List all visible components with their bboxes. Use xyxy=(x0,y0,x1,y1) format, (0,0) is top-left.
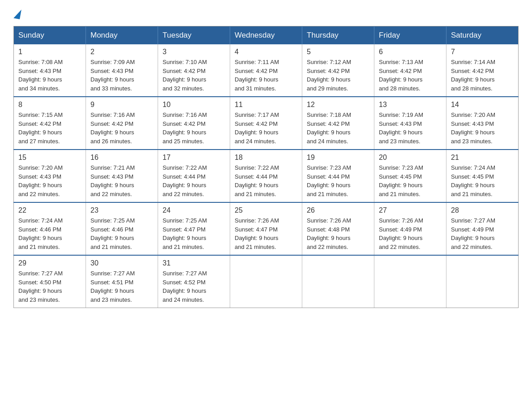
day-info: Sunrise: 7:25 AM Sunset: 4:46 PM Dayligh… xyxy=(90,216,153,251)
calendar-day-15: 15 Sunrise: 7:20 AM Sunset: 4:43 PM Dayl… xyxy=(14,150,86,202)
day-number: 20 xyxy=(379,154,442,162)
header-tuesday: Tuesday xyxy=(158,26,230,45)
day-number: 22 xyxy=(18,206,81,214)
day-info: Sunrise: 7:11 AM Sunset: 4:42 PM Dayligh… xyxy=(235,58,297,93)
calendar-day-2: 2 Sunrise: 7:09 AM Sunset: 4:43 PM Dayli… xyxy=(86,44,158,97)
day-info: Sunrise: 7:12 AM Sunset: 4:42 PM Dayligh… xyxy=(307,58,369,93)
calendar-day-13: 13 Sunrise: 7:19 AM Sunset: 4:43 PM Dayl… xyxy=(374,97,446,150)
day-info: Sunrise: 7:27 AM Sunset: 4:50 PM Dayligh… xyxy=(18,269,81,304)
calendar-week-2: 8 Sunrise: 7:15 AM Sunset: 4:42 PM Dayli… xyxy=(14,97,519,150)
calendar-day-14: 14 Sunrise: 7:20 AM Sunset: 4:43 PM Dayl… xyxy=(446,97,519,150)
day-number: 4 xyxy=(235,48,297,56)
header-saturday: Saturday xyxy=(446,26,519,45)
calendar-day-18: 18 Sunrise: 7:22 AM Sunset: 4:44 PM Dayl… xyxy=(230,150,302,202)
day-info: Sunrise: 7:20 AM Sunset: 4:43 PM Dayligh… xyxy=(451,111,514,146)
day-number: 7 xyxy=(451,48,514,56)
day-number: 23 xyxy=(90,206,153,214)
calendar-day-22: 22 Sunrise: 7:24 AM Sunset: 4:46 PM Dayl… xyxy=(14,202,86,255)
day-info: Sunrise: 7:20 AM Sunset: 4:43 PM Dayligh… xyxy=(18,163,81,198)
day-number: 21 xyxy=(451,154,514,162)
day-number: 30 xyxy=(90,259,153,267)
day-number: 24 xyxy=(163,206,225,214)
day-number: 16 xyxy=(90,154,153,162)
calendar-day-9: 9 Sunrise: 7:16 AM Sunset: 4:42 PM Dayli… xyxy=(86,97,158,150)
calendar-day-25: 25 Sunrise: 7:26 AM Sunset: 4:47 PM Dayl… xyxy=(230,202,302,255)
day-info: Sunrise: 7:16 AM Sunset: 4:42 PM Dayligh… xyxy=(163,111,225,146)
calendar-day-6: 6 Sunrise: 7:13 AM Sunset: 4:42 PM Dayli… xyxy=(374,44,446,97)
day-number: 15 xyxy=(18,154,81,162)
empty-cell xyxy=(230,255,302,308)
header-friday: Friday xyxy=(374,26,446,45)
day-info: Sunrise: 7:24 AM Sunset: 4:46 PM Dayligh… xyxy=(18,216,81,251)
day-info: Sunrise: 7:23 AM Sunset: 4:45 PM Dayligh… xyxy=(379,163,442,198)
calendar-day-31: 31 Sunrise: 7:27 AM Sunset: 4:52 PM Dayl… xyxy=(158,255,230,308)
day-number: 8 xyxy=(18,101,81,109)
calendar-day-4: 4 Sunrise: 7:11 AM Sunset: 4:42 PM Dayli… xyxy=(230,44,302,97)
day-number: 2 xyxy=(90,48,153,56)
day-info: Sunrise: 7:24 AM Sunset: 4:45 PM Dayligh… xyxy=(451,163,514,198)
day-number: 26 xyxy=(307,206,369,214)
calendar-table: SundayMondayTuesdayWednesdayThursdayFrid… xyxy=(13,26,519,308)
day-info: Sunrise: 7:14 AM Sunset: 4:42 PM Dayligh… xyxy=(451,58,514,93)
day-info: Sunrise: 7:10 AM Sunset: 4:42 PM Dayligh… xyxy=(163,58,225,93)
day-info: Sunrise: 7:22 AM Sunset: 4:44 PM Dayligh… xyxy=(163,163,225,198)
day-number: 18 xyxy=(235,154,297,162)
day-info: Sunrise: 7:13 AM Sunset: 4:42 PM Dayligh… xyxy=(379,58,442,93)
day-info: Sunrise: 7:26 AM Sunset: 4:48 PM Dayligh… xyxy=(307,216,369,251)
calendar-day-5: 5 Sunrise: 7:12 AM Sunset: 4:42 PM Dayli… xyxy=(302,44,374,97)
calendar-day-3: 3 Sunrise: 7:10 AM Sunset: 4:42 PM Dayli… xyxy=(158,44,230,97)
calendar-day-19: 19 Sunrise: 7:23 AM Sunset: 4:44 PM Dayl… xyxy=(302,150,374,202)
day-number: 17 xyxy=(163,154,225,162)
day-number: 14 xyxy=(451,101,514,109)
day-info: Sunrise: 7:15 AM Sunset: 4:42 PM Dayligh… xyxy=(18,111,81,146)
day-number: 11 xyxy=(235,101,297,109)
calendar-day-11: 11 Sunrise: 7:17 AM Sunset: 4:42 PM Dayl… xyxy=(230,97,302,150)
day-number: 19 xyxy=(307,154,369,162)
calendar-day-26: 26 Sunrise: 7:26 AM Sunset: 4:48 PM Dayl… xyxy=(302,202,374,255)
logo xyxy=(13,9,21,17)
day-number: 13 xyxy=(379,101,442,109)
calendar-header-row: SundayMondayTuesdayWednesdayThursdayFrid… xyxy=(14,26,519,45)
calendar-day-7: 7 Sunrise: 7:14 AM Sunset: 4:42 PM Dayli… xyxy=(446,44,519,97)
day-number: 29 xyxy=(18,259,81,267)
calendar-day-24: 24 Sunrise: 7:25 AM Sunset: 4:47 PM Dayl… xyxy=(158,202,230,255)
calendar-day-1: 1 Sunrise: 7:08 AM Sunset: 4:43 PM Dayli… xyxy=(14,44,86,97)
day-info: Sunrise: 7:27 AM Sunset: 4:49 PM Dayligh… xyxy=(451,216,514,251)
calendar-week-1: 1 Sunrise: 7:08 AM Sunset: 4:43 PM Dayli… xyxy=(14,44,519,97)
header-sunday: Sunday xyxy=(14,26,86,45)
day-info: Sunrise: 7:16 AM Sunset: 4:42 PM Dayligh… xyxy=(90,111,153,146)
logo-triangle-icon xyxy=(13,9,21,19)
calendar-day-20: 20 Sunrise: 7:23 AM Sunset: 4:45 PM Dayl… xyxy=(374,150,446,202)
calendar-day-21: 21 Sunrise: 7:24 AM Sunset: 4:45 PM Dayl… xyxy=(446,150,519,202)
empty-cell xyxy=(302,255,374,308)
calendar-week-5: 29 Sunrise: 7:27 AM Sunset: 4:50 PM Dayl… xyxy=(14,255,519,308)
day-number: 31 xyxy=(163,259,225,267)
day-number: 1 xyxy=(18,48,81,56)
day-number: 10 xyxy=(163,101,225,109)
day-number: 3 xyxy=(163,48,225,56)
calendar-day-16: 16 Sunrise: 7:21 AM Sunset: 4:43 PM Dayl… xyxy=(86,150,158,202)
day-number: 6 xyxy=(379,48,442,56)
header-wednesday: Wednesday xyxy=(230,26,302,45)
calendar-day-10: 10 Sunrise: 7:16 AM Sunset: 4:42 PM Dayl… xyxy=(158,97,230,150)
day-info: Sunrise: 7:17 AM Sunset: 4:42 PM Dayligh… xyxy=(235,111,297,146)
day-info: Sunrise: 7:27 AM Sunset: 4:52 PM Dayligh… xyxy=(163,269,225,304)
day-number: 28 xyxy=(451,206,514,214)
page-header xyxy=(13,9,519,17)
day-info: Sunrise: 7:26 AM Sunset: 4:49 PM Dayligh… xyxy=(379,216,442,251)
day-info: Sunrise: 7:26 AM Sunset: 4:47 PM Dayligh… xyxy=(235,216,297,251)
day-number: 12 xyxy=(307,101,369,109)
day-info: Sunrise: 7:08 AM Sunset: 4:43 PM Dayligh… xyxy=(18,58,81,93)
calendar-day-17: 17 Sunrise: 7:22 AM Sunset: 4:44 PM Dayl… xyxy=(158,150,230,202)
day-info: Sunrise: 7:27 AM Sunset: 4:51 PM Dayligh… xyxy=(90,269,153,304)
day-number: 27 xyxy=(379,206,442,214)
calendar-day-28: 28 Sunrise: 7:27 AM Sunset: 4:49 PM Dayl… xyxy=(446,202,519,255)
calendar-day-29: 29 Sunrise: 7:27 AM Sunset: 4:50 PM Dayl… xyxy=(14,255,86,308)
calendar-day-27: 27 Sunrise: 7:26 AM Sunset: 4:49 PM Dayl… xyxy=(374,202,446,255)
calendar-day-30: 30 Sunrise: 7:27 AM Sunset: 4:51 PM Dayl… xyxy=(86,255,158,308)
day-info: Sunrise: 7:22 AM Sunset: 4:44 PM Dayligh… xyxy=(235,163,297,198)
calendar-day-12: 12 Sunrise: 7:18 AM Sunset: 4:42 PM Dayl… xyxy=(302,97,374,150)
header-monday: Monday xyxy=(86,26,158,45)
day-number: 5 xyxy=(307,48,369,56)
day-info: Sunrise: 7:18 AM Sunset: 4:42 PM Dayligh… xyxy=(307,111,369,146)
